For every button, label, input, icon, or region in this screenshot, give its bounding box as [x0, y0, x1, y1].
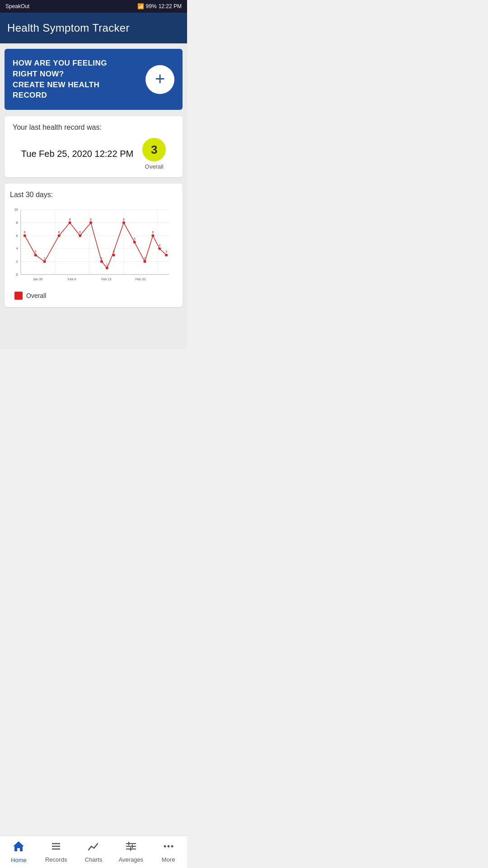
overall-badge-container: 3 Overall [142, 138, 166, 170]
banner-text: HOW ARE YOU FEELING RIGHT NOW? CREATE NE… [13, 58, 130, 101]
carrier-label: SpeakOut [5, 3, 29, 9]
svg-point-26 [43, 260, 46, 263]
svg-text:6: 6 [152, 231, 154, 234]
svg-point-36 [100, 260, 103, 263]
overall-score-badge: 3 [142, 138, 166, 161]
svg-point-22 [23, 234, 26, 237]
app-header: Health Symptom Tracker [0, 13, 187, 43]
svg-point-42 [122, 222, 125, 224]
svg-point-52 [165, 254, 168, 256]
svg-point-50 [158, 247, 161, 250]
svg-text:2: 2 [16, 259, 18, 264]
overall-score-label: Overall [145, 163, 164, 170]
svg-text:10: 10 [14, 208, 18, 212]
last-record-label: Your last health record was: [13, 123, 174, 132]
svg-point-38 [106, 267, 108, 269]
svg-text:8: 8 [69, 218, 71, 221]
chart-svg: 10 8 6 4 2 0 Jan 30 Feb 6 Feb 13 Feb 20 [10, 204, 177, 285]
svg-text:Feb 20: Feb 20 [136, 278, 145, 281]
chart-svg-wrapper: 10 8 6 4 2 0 Jan 30 Feb 6 Feb 13 Feb 20 [10, 204, 177, 300]
svg-text:2: 2 [101, 257, 103, 260]
chart-card: Last 30 days: 10 [5, 184, 183, 307]
svg-point-30 [69, 222, 71, 224]
svg-text:3: 3 [165, 250, 167, 254]
legend-color-dot [14, 292, 23, 300]
svg-point-44 [133, 241, 136, 244]
last-record-content: Tue Feb 25, 2020 12:22 PM 3 Overall [13, 138, 174, 170]
svg-text:6: 6 [16, 234, 18, 238]
time-label: 12:22 PM [159, 3, 182, 9]
status-bar: SpeakOut 📶 99% 12:22 PM [0, 0, 187, 13]
chart-legend: Overall [10, 292, 177, 300]
svg-text:2: 2 [144, 257, 146, 260]
svg-text:6: 6 [24, 231, 26, 234]
create-record-button[interactable]: + [145, 65, 174, 94]
svg-text:3: 3 [113, 250, 115, 254]
svg-point-40 [113, 254, 115, 256]
svg-text:1: 1 [106, 263, 108, 266]
app-title: Health Symptom Tracker [7, 22, 180, 34]
wifi-icon: 📶 [137, 3, 144, 9]
svg-text:8: 8 [16, 221, 18, 225]
battery-label: 99% [146, 3, 157, 9]
svg-point-34 [89, 222, 92, 224]
banner-line2: CREATE NEW HEALTH RECORD [13, 80, 99, 100]
last-record-datetime: Tue Feb 25, 2020 12:22 PM [21, 149, 133, 159]
create-record-banner[interactable]: HOW ARE YOU FEELING RIGHT NOW? CREATE NE… [5, 49, 183, 110]
svg-point-48 [151, 234, 154, 237]
svg-text:Feb 13: Feb 13 [101, 278, 111, 281]
svg-text:6: 6 [58, 231, 60, 234]
svg-text:Feb 6: Feb 6 [68, 278, 76, 281]
svg-text:3: 3 [35, 250, 37, 254]
legend-label: Overall [26, 292, 46, 299]
svg-text:2: 2 [44, 257, 46, 260]
chart-title: Last 30 days: [10, 191, 177, 199]
plus-icon: + [155, 70, 165, 87]
banner-line1: HOW ARE YOU FEELING RIGHT NOW? [13, 59, 107, 78]
svg-text:6: 6 [79, 231, 81, 234]
last-record-card: Your last health record was: Tue Feb 25,… [5, 116, 183, 177]
svg-text:4: 4 [16, 246, 19, 250]
svg-text:Jan 30: Jan 30 [33, 278, 43, 281]
svg-point-32 [79, 234, 81, 237]
svg-point-24 [34, 254, 37, 256]
svg-point-46 [143, 260, 146, 263]
svg-text:8: 8 [123, 218, 125, 221]
svg-text:8: 8 [90, 218, 92, 221]
svg-text:5: 5 [134, 237, 136, 241]
svg-text:4: 4 [159, 244, 160, 247]
main-content: HOW ARE YOU FEELING RIGHT NOW? CREATE NE… [0, 43, 187, 349]
svg-point-28 [58, 234, 61, 237]
status-right: 📶 99% 12:22 PM [137, 3, 182, 9]
svg-text:0: 0 [16, 273, 18, 277]
